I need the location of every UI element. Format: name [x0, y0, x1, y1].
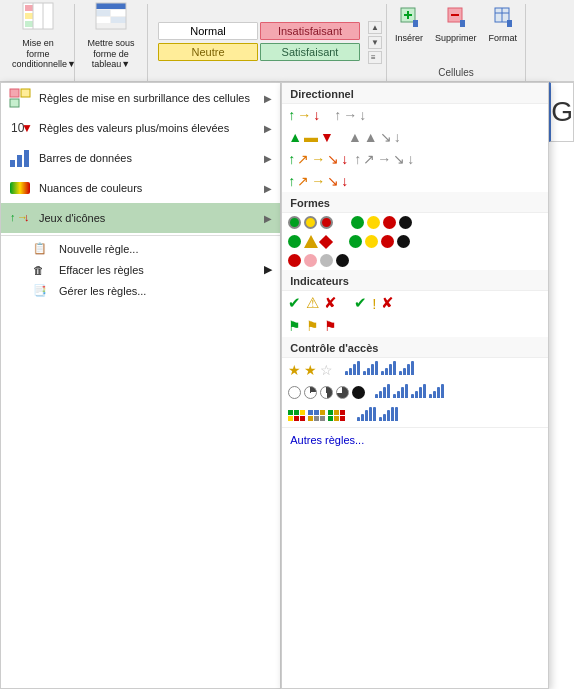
bar-icon-6 [393, 384, 408, 401]
cellules-group: Insérer Supprimer [387, 4, 526, 81]
style-normal[interactable]: Normal [158, 22, 258, 40]
tri-down-gray2: ↘ [380, 129, 392, 145]
menu-valeurs[interactable]: 10 ▼ Règles des valeurs plus/moins élevé… [1, 113, 280, 143]
nuances-label: Nuances de couleurs [39, 182, 142, 194]
circle-red-1 [320, 216, 333, 229]
flag-red: ⚑ [324, 318, 337, 334]
tri-down-red: ▼ [320, 129, 334, 145]
gerer-icon: 📑 [33, 284, 53, 297]
circle-red-4 [381, 235, 394, 248]
format-label: Format [488, 33, 517, 43]
bar-icon-1 [345, 361, 360, 378]
menu-effacer[interactable]: 🗑 Effacer les règles ▶ [1, 259, 280, 280]
directionnel-row-2[interactable]: ▲ ▬ ▼ ▲ ▲ ↘ ↓ [282, 126, 548, 148]
jeux-label: Jeux d'icônes [39, 212, 105, 224]
star-gold-1: ★ [288, 362, 301, 378]
tri-up-gray: ▲ [348, 129, 362, 145]
menu-jeux[interactable]: ↑ → ↓ Jeux d'icônes ▶ [1, 203, 280, 233]
menu-surbrillance[interactable]: Règles de mise en surbrillance des cellu… [1, 83, 280, 113]
arrow-right-yellow-1: → [297, 107, 311, 123]
effacer-arrow: ▶ [264, 263, 272, 276]
supprimer-button[interactable]: Supprimer [431, 4, 481, 45]
format-icon [493, 6, 513, 33]
styles-scroll: ▲ ▼ ≡ [368, 21, 382, 65]
flag-yellow: ⚑ [306, 318, 319, 334]
bar-icon-3 [381, 361, 396, 378]
tri-diag-gray: ↓ [394, 129, 401, 145]
nuances-arrow: ▶ [264, 183, 272, 194]
menu-nouvelle[interactable]: 📋 Nouvelle règle... [1, 238, 280, 259]
cell-G[interactable]: G [549, 82, 574, 142]
menu-barres[interactable]: Barres de données ▶ [1, 143, 280, 173]
circle-green-2 [351, 216, 364, 229]
surbrillance-label: Règles de mise en surbrillance des cellu… [39, 92, 250, 104]
tableau-icon [95, 2, 127, 36]
jeux-arrow: ▶ [264, 213, 272, 224]
menu-gerer[interactable]: 📑 Gérer les règles... [1, 280, 280, 301]
arrow-right-yellow-3: → [311, 173, 325, 189]
circle-threequarter [336, 386, 349, 399]
arrow-up-green-2: ↑ [288, 151, 295, 167]
style-insatisfaisant[interactable]: Insatisfaisant [260, 22, 360, 40]
controle-row-1[interactable]: ★ ★ ☆ [282, 358, 548, 381]
nouvelle-label: Nouvelle règle... [59, 243, 139, 255]
nuances-icon [9, 178, 31, 198]
svg-rect-10 [96, 10, 110, 16]
indicateurs-row-1[interactable]: ✔ ⚠ ✘ ✔ ! ✘ [282, 291, 548, 315]
arrow-down-red-3: ↓ [341, 173, 348, 189]
svg-rect-32 [17, 155, 22, 167]
tableau-button[interactable]: Mettre sous forme de tableau▼ [79, 4, 143, 68]
check-green-2: ✔ [354, 294, 367, 312]
circle-empty [288, 386, 301, 399]
mise-en-forme-button[interactable]: Mise en forme conditionnelle▼ [6, 4, 70, 68]
circle-red-2 [383, 216, 396, 229]
arrow-diag-orange: ↗ [297, 151, 309, 167]
grid-icon-1 [288, 410, 305, 421]
circle-yellow-4 [365, 235, 378, 248]
section-directionnel-title: Directionnel [282, 83, 548, 104]
format-button[interactable]: Format [484, 4, 521, 45]
bar-icon-7 [411, 384, 426, 401]
indicateurs-row-2[interactable]: ⚑ ⚑ ⚑ [282, 315, 548, 337]
scroll-down[interactable]: ▼ [368, 36, 382, 49]
arrow-down-gray-1: ↓ [359, 107, 366, 123]
mise-en-forme-icon [22, 2, 54, 36]
surbrillance-icon [9, 88, 31, 108]
svg-rect-21 [460, 20, 465, 27]
controle-row-2[interactable] [282, 381, 548, 404]
dropdown-menu: Règles de mise en surbrillance des cellu… [0, 82, 281, 689]
controle-row-3[interactable] [282, 404, 548, 427]
circle-pink-f3 [304, 254, 317, 267]
tri-up-green: ▲ [288, 129, 302, 145]
styles-row-1: Normal Insatisfaisant [158, 22, 360, 40]
formes-row-1[interactable] [282, 213, 548, 232]
flag-green: ⚑ [288, 318, 301, 334]
style-neutre[interactable]: Neutre [158, 43, 258, 61]
autres-regles-link[interactable]: Autres règles... [282, 427, 548, 452]
directionnel-row-3[interactable]: ↑ ↗ → ↘ ↓ ↑ ↗ → ↘ ↓ [282, 148, 548, 170]
style-satisfaisant[interactable]: Satisfaisant [260, 43, 360, 61]
scroll-up[interactable]: ▲ [368, 21, 382, 34]
tri-right-gray: ▲ [364, 129, 378, 145]
formes-row-2[interactable] [282, 232, 548, 251]
arrow-up-gray-1: ↑ [334, 107, 341, 123]
bar-icon-8 [429, 384, 444, 401]
bar-icon-10 [379, 407, 398, 424]
insert-btns: Insérer Supprimer [391, 4, 521, 45]
arrow-diag-gray-2: ↗ [363, 151, 375, 167]
excl-yellow-2: ! [372, 295, 376, 312]
directionnel-row-4[interactable]: ↑ ↗ → ↘ ↓ [282, 170, 548, 192]
submenu-jeux: Directionnel ↑ → ↓ ↑ → ↓ ▲ ▬ ▼ ▲ ▲ ↘ ↓ ↑… [281, 82, 549, 689]
svg-rect-26 [10, 89, 19, 97]
inserer-button[interactable]: Insérer [391, 4, 427, 45]
menu-nuances[interactable]: Nuances de couleurs ▶ [1, 173, 280, 203]
formes-row-3[interactable] [282, 251, 548, 270]
arrow-diag-orange2-3: ↘ [327, 173, 339, 189]
styles-area: Normal Insatisfaisant Neutre Satisfaisan… [152, 18, 366, 68]
directionnel-row-1[interactable]: ↑ → ↓ ↑ → ↓ [282, 104, 548, 126]
cross-red: ✘ [324, 294, 337, 312]
circle-gray-f3 [320, 254, 333, 267]
surbrillance-arrow: ▶ [264, 93, 272, 104]
svg-rect-18 [413, 20, 418, 27]
scroll-expand[interactable]: ≡ [368, 51, 382, 64]
